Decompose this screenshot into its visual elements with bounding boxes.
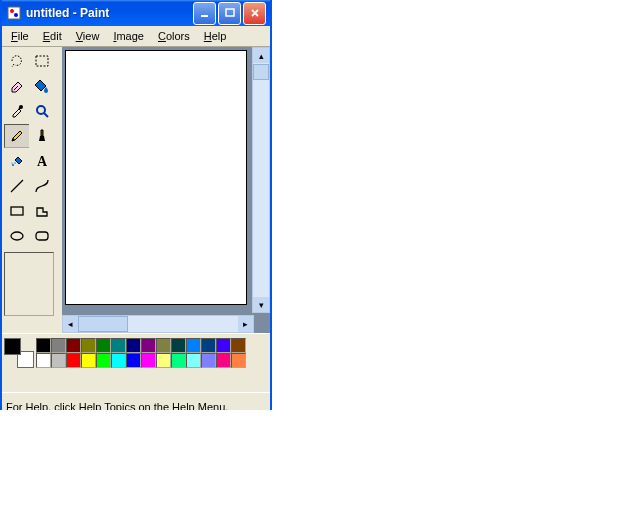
color-swatch[interactable] xyxy=(156,353,171,368)
status-text: For Help, click Help Topics on the Help … xyxy=(6,401,228,410)
foreground-color[interactable] xyxy=(4,338,21,355)
text-tool[interactable]: A xyxy=(29,149,55,173)
svg-rect-4 xyxy=(226,9,234,16)
vscroll-thumb[interactable] xyxy=(253,64,269,80)
rectangle-tool[interactable] xyxy=(4,199,30,223)
color-swatch[interactable] xyxy=(201,353,216,368)
brush-tool[interactable] xyxy=(29,124,55,148)
menu-colors[interactable]: Colors xyxy=(151,28,197,44)
scroll-left-icon[interactable]: ◂ xyxy=(63,316,78,332)
polygon-tool[interactable] xyxy=(29,199,55,223)
color-swatch[interactable] xyxy=(66,353,81,368)
color-swatch[interactable] xyxy=(111,338,126,353)
menubar: File Edit View Image Colors Help xyxy=(2,26,270,47)
color-swatch[interactable] xyxy=(36,353,51,368)
close-button[interactable] xyxy=(243,2,266,25)
maximize-button[interactable] xyxy=(218,2,241,25)
menu-help[interactable]: Help xyxy=(197,28,234,44)
scroll-down-icon[interactable]: ▾ xyxy=(253,297,269,312)
color-swatch[interactable] xyxy=(141,353,156,368)
round-rect-tool[interactable] xyxy=(29,224,55,248)
color-swatch[interactable] xyxy=(96,353,111,368)
airbrush-tool[interactable] xyxy=(4,149,30,173)
svg-rect-3 xyxy=(201,15,208,17)
hscroll-thumb[interactable] xyxy=(78,316,128,332)
free-select-tool[interactable] xyxy=(4,49,30,73)
svg-rect-12 xyxy=(11,207,23,215)
vertical-scrollbar[interactable]: ▴ ▾ xyxy=(252,47,270,313)
color-swatch[interactable] xyxy=(111,353,126,368)
color-swatch[interactable] xyxy=(36,338,51,353)
svg-point-1 xyxy=(10,9,14,13)
color-swatch[interactable] xyxy=(96,338,111,353)
window-title: untitled - Paint xyxy=(26,6,193,20)
color-swatch[interactable] xyxy=(51,338,66,353)
svg-text:A: A xyxy=(37,154,48,169)
menu-file[interactable]: File xyxy=(4,28,36,44)
canvas[interactable] xyxy=(65,50,247,305)
pencil-tool[interactable] xyxy=(4,124,30,148)
menu-view[interactable]: View xyxy=(69,28,107,44)
color-swatch[interactable] xyxy=(81,338,96,353)
color-swatch[interactable] xyxy=(186,338,201,353)
color-swatch[interactable] xyxy=(186,353,201,368)
pick-color-tool[interactable] xyxy=(4,99,30,123)
color-swatch[interactable] xyxy=(141,338,156,353)
menu-edit[interactable]: Edit xyxy=(36,28,69,44)
magnifier-tool[interactable] xyxy=(29,99,55,123)
svg-point-10 xyxy=(11,162,12,163)
minimize-button[interactable] xyxy=(193,2,216,25)
toolbox: A xyxy=(2,47,62,333)
color-swatch[interactable] xyxy=(66,338,81,353)
color-swatch[interactable] xyxy=(156,338,171,353)
current-colors[interactable] xyxy=(4,338,34,368)
paint-window: untitled - Paint File Edit View Image Co… xyxy=(0,0,272,410)
svg-rect-14 xyxy=(36,232,48,240)
scroll-up-icon[interactable]: ▴ xyxy=(253,48,269,63)
ellipse-tool[interactable] xyxy=(4,224,30,248)
color-swatch[interactable] xyxy=(81,353,96,368)
color-palette xyxy=(2,333,270,392)
status-bar: For Help, click Help Topics on the Help … xyxy=(2,392,270,410)
color-swatch[interactable] xyxy=(171,353,186,368)
menu-image[interactable]: Image xyxy=(106,28,151,44)
svg-rect-0 xyxy=(8,7,20,19)
svg-point-13 xyxy=(11,232,23,240)
titlebar[interactable]: untitled - Paint xyxy=(2,0,270,26)
eraser-tool[interactable] xyxy=(4,74,30,98)
color-swatch[interactable] xyxy=(231,353,246,368)
color-swatch[interactable] xyxy=(231,338,246,353)
color-swatch[interactable] xyxy=(126,353,141,368)
line-tool[interactable] xyxy=(4,174,30,198)
color-swatch[interactable] xyxy=(171,338,186,353)
color-swatch[interactable] xyxy=(216,338,231,353)
svg-point-7 xyxy=(37,106,45,114)
app-icon xyxy=(6,5,22,21)
color-swatch[interactable] xyxy=(126,338,141,353)
svg-point-9 xyxy=(14,162,15,163)
color-swatch[interactable] xyxy=(201,338,216,353)
color-swatch[interactable] xyxy=(51,353,66,368)
svg-point-2 xyxy=(14,13,18,17)
scroll-right-icon[interactable]: ▸ xyxy=(238,316,253,332)
horizontal-scrollbar[interactable]: ◂ ▸ xyxy=(62,315,254,333)
svg-point-8 xyxy=(12,164,14,166)
color-swatch[interactable] xyxy=(216,353,231,368)
rect-select-tool[interactable] xyxy=(29,49,55,73)
svg-rect-5 xyxy=(36,56,48,66)
tool-options xyxy=(4,252,54,316)
canvas-area: ▴ ▾ ◂ ▸ xyxy=(62,47,270,333)
fill-tool[interactable] xyxy=(29,74,55,98)
curve-tool[interactable] xyxy=(29,174,55,198)
